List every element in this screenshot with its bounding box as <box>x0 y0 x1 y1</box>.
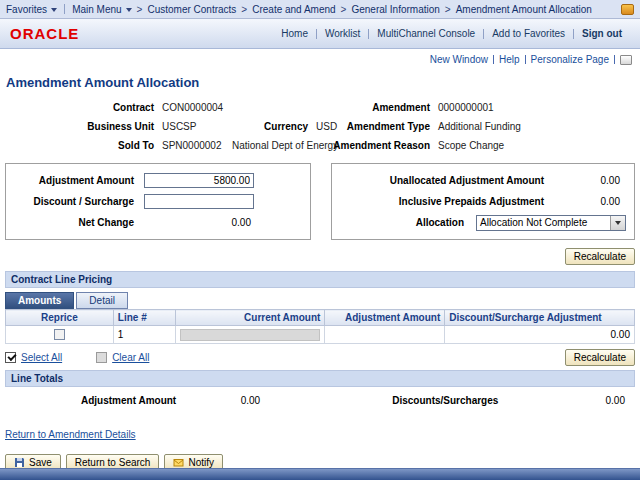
discount-surcharge-label: Discount / Surcharge <box>14 196 144 207</box>
contract-value: CON0000004 <box>162 102 322 113</box>
multichannel-console-link[interactable]: MultiChannel Console <box>369 28 483 39</box>
allocation-select-value: Allocation Not Complete <box>477 217 610 228</box>
recalculate-button-grid[interactable]: Recalculate <box>565 349 635 366</box>
notify-button-label: Notify <box>188 457 214 468</box>
favorites-menu-label: Favorites <box>6 4 47 15</box>
inclusive-prepaids-value: 0.00 <box>556 196 626 207</box>
section-line-totals: Line Totals <box>5 370 635 387</box>
grid-header-row: Reprice Line # Current Amount Adjustment… <box>6 310 635 326</box>
totals-discounts-label: Discounts/Surcharges <box>392 395 498 406</box>
line-number-cell: 1 <box>113 326 175 344</box>
recalculate-button-top[interactable]: Recalculate <box>565 248 635 265</box>
home-link[interactable]: Home <box>273 28 316 39</box>
discount-adjustment-cell: 0.00 <box>445 326 635 344</box>
breadcrumb-item-customer-contracts[interactable]: Customer Contracts <box>147 4 236 15</box>
amendment-type-label: Amendment Type <box>346 121 430 132</box>
breadcrumb-item-general-information[interactable]: General Information <box>351 4 439 15</box>
amount-boxes: Adjustment Amount Discount / Surcharge N… <box>5 163 635 240</box>
main-menu-label: Main Menu <box>72 4 121 15</box>
allocation-label: Allocation <box>340 217 476 228</box>
top-links: Home Worklist MultiChannel Console Add t… <box>273 28 630 39</box>
chevron-down-icon[interactable] <box>610 216 625 230</box>
amendment-reason-label: Amendment Reason <box>332 140 430 151</box>
sign-out-link[interactable]: Sign out <box>574 28 630 39</box>
currency-label: Currency <box>244 121 308 132</box>
net-change-value: 0.00 <box>144 217 254 228</box>
inclusive-prepaids-label: Inclusive Prepaids Adjustment <box>340 196 556 207</box>
adjustment-box: Adjustment Amount Discount / Surcharge N… <box>5 163 311 240</box>
reprice-checkbox[interactable] <box>54 329 65 340</box>
personalize-page-link[interactable]: Personalize Page <box>526 54 614 65</box>
unallocated-adjustment-value: 0.00 <box>556 175 626 186</box>
current-amount-field <box>180 329 321 341</box>
table-row: 1 0.00 <box>6 326 635 344</box>
grid-actions-row: Select All Clear All Recalculate <box>5 349 635 366</box>
section-contract-line-pricing: Contract Line Pricing <box>5 271 635 288</box>
adjustment-amount-cell <box>325 326 445 344</box>
totals-adjustment-amount-value: 0.00 <box>176 395 260 406</box>
return-to-amendment-details-link[interactable]: Return to Amendment Details <box>5 429 136 440</box>
allocation-box: Unallocated Adjustment Amount 0.00 Inclu… <box>331 163 635 240</box>
header-bar: ORACLE Home Worklist MultiChannel Consol… <box>0 19 640 49</box>
help-link[interactable]: Help <box>494 54 525 65</box>
nav-expand-icon[interactable] <box>621 4 634 15</box>
info-row: Contract CON0000004 Amendment 0000000001 <box>4 98 640 117</box>
add-to-favorites-link[interactable]: Add to Favorites <box>484 28 573 39</box>
column-header-reprice[interactable]: Reprice <box>6 310 114 326</box>
line-totals-row: Adjustment Amount 0.00 Discounts/Surchar… <box>5 387 635 413</box>
sold-to-name: National Dept of Energy <box>232 140 332 151</box>
breadcrumb-separator: > <box>341 4 347 15</box>
tab-amounts[interactable]: Amounts <box>5 292 74 309</box>
notify-icon <box>173 457 184 468</box>
column-header-discount-surcharge-adjustment[interactable]: Discount/Surcharge Adjustment <box>445 310 635 326</box>
main-menu[interactable]: Main Menu <box>72 4 131 15</box>
select-all-link[interactable]: Select All <box>21 352 62 363</box>
clear-all-checkbox[interactable] <box>96 352 107 363</box>
page-title: Amendment Amount Allocation <box>6 75 638 90</box>
line-pricing-grid: Reprice Line # Current Amount Adjustment… <box>5 309 635 344</box>
select-all-checkbox[interactable] <box>5 352 16 363</box>
breadcrumb-separator: > <box>241 4 247 15</box>
reprice-cell <box>6 326 114 344</box>
column-header-adjustment-amount[interactable]: Adjustment Amount <box>325 310 445 326</box>
dropdown-caret-icon <box>126 8 132 12</box>
current-amount-cell <box>175 326 325 344</box>
oracle-logo: ORACLE <box>10 25 79 42</box>
favorites-menu[interactable]: Favorites <box>6 4 57 15</box>
clear-all-link[interactable]: Clear All <box>112 352 149 363</box>
amendment-reason-value: Scope Change <box>438 140 504 151</box>
page-links: New Window Help Personalize Page <box>8 54 632 65</box>
sold-to-value: SPN0000002 <box>162 140 224 151</box>
info-row: Business Unit USCSP Currency USD Amendme… <box>4 117 640 136</box>
column-header-line-number[interactable]: Line # <box>113 310 175 326</box>
new-window-link[interactable]: New Window <box>425 54 493 65</box>
copy-url-icon[interactable] <box>620 55 632 65</box>
adjustment-amount-label: Adjustment Amount <box>14 175 144 186</box>
column-header-current-amount[interactable]: Current Amount <box>175 310 325 326</box>
breadcrumb: Favorites Main Menu > Customer Contracts… <box>0 0 640 19</box>
allocation-select[interactable]: Allocation Not Complete <box>476 215 626 231</box>
totals-adjustment-amount-label: Adjustment Amount <box>81 395 176 406</box>
business-unit-value: USCSP <box>162 121 244 132</box>
worklist-link[interactable]: Worklist <box>317 28 368 39</box>
net-change-label: Net Change <box>14 217 144 228</box>
sold-to-label: Sold To <box>4 140 154 151</box>
unallocated-adjustment-label: Unallocated Adjustment Amount <box>340 175 556 186</box>
tab-detail[interactable]: Detail <box>76 292 128 309</box>
discount-surcharge-input[interactable] <box>144 194 254 209</box>
breadcrumb-item-create-and-amend[interactable]: Create and Amend <box>252 4 335 15</box>
save-button-label: Save <box>29 457 52 468</box>
recalculate-row: Recalculate <box>5 248 635 265</box>
save-icon <box>14 457 25 468</box>
adjustment-amount-input[interactable] <box>144 173 254 188</box>
screen: Favorites Main Menu > Customer Contracts… <box>0 0 640 480</box>
breadcrumb-separator: > <box>137 4 143 15</box>
contract-info: Contract CON0000004 Amendment 0000000001… <box>4 98 640 155</box>
amendment-type-value: Additional Funding <box>438 121 521 132</box>
amendment-value: 0000000001 <box>438 102 494 113</box>
amendment-label: Amendment <box>322 102 430 113</box>
contract-label: Contract <box>4 102 154 113</box>
breadcrumb-separator: > <box>445 4 451 15</box>
business-unit-label: Business Unit <box>4 121 154 132</box>
grid-tabs: Amounts Detail <box>5 292 635 309</box>
